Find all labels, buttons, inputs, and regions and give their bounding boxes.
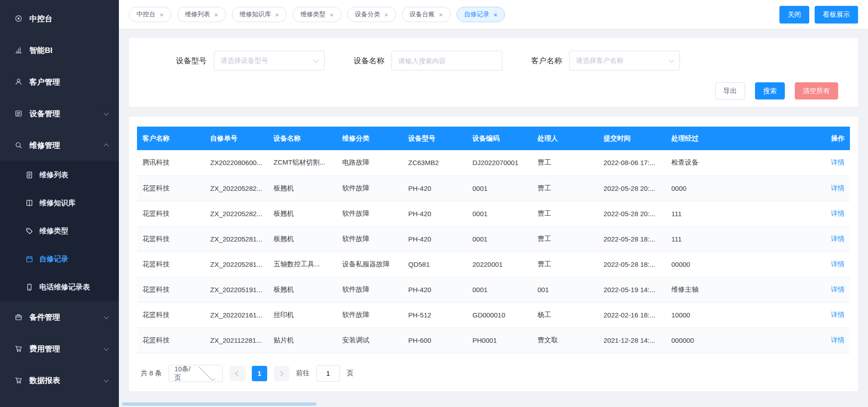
column-header: 自修单号 xyxy=(205,127,268,150)
table-cell: 2022-05-19 14:... xyxy=(598,277,666,302)
chevron-wrap xyxy=(104,316,108,318)
sidebar-item-label: 数据报表 xyxy=(29,375,60,386)
tab-device-ledger[interactable]: 设备台账× xyxy=(402,7,451,22)
detail-link[interactable]: 详情 xyxy=(831,209,844,217)
devices-icon xyxy=(14,109,23,118)
prev-page-button[interactable] xyxy=(230,366,245,381)
chevron-down-icon xyxy=(104,377,108,382)
repair-type-icon xyxy=(25,227,33,235)
column-header: 处理人 xyxy=(532,127,598,150)
column-header: 提交时间 xyxy=(598,127,666,150)
table-cell: 2022-02-16 18:... xyxy=(598,302,666,327)
sidebar-item-console[interactable]: 中控台 xyxy=(0,3,119,34)
table-cell: 111 xyxy=(666,201,816,226)
next-page-button[interactable] xyxy=(274,366,289,381)
operation-cell: 详情 xyxy=(816,327,850,353)
sidebar-item-customers[interactable]: 客户管理 xyxy=(0,66,119,98)
close-tab-icon[interactable]: × xyxy=(160,11,164,18)
table-cell: 花篮科技 xyxy=(137,226,205,251)
sidebar-item-label: 自修记录 xyxy=(39,255,68,264)
sidebar-submenu-repair: 维修列表维修知识库维修类型自修记录电话维修记录表 xyxy=(0,161,119,301)
sidebar-item-spares[interactable]: 备件管理 xyxy=(0,301,119,333)
sidebar-item-bi[interactable]: 智能BI xyxy=(0,34,119,66)
tab-device-category[interactable]: 设备分类× xyxy=(347,7,396,22)
column-header: 处理经过 xyxy=(666,127,816,150)
table-cell: 花篮科技 xyxy=(137,201,205,226)
sidebar-item-repair-knowledge[interactable]: 维修知识库 xyxy=(0,189,119,217)
close-tab-icon[interactable]: × xyxy=(275,11,279,18)
device-model-select[interactable]: 请选择设备型号 xyxy=(214,51,325,71)
detail-link[interactable]: 详情 xyxy=(831,260,844,268)
export-button[interactable]: 导出 xyxy=(715,82,745,99)
board-display-button[interactable]: 看板展示 xyxy=(815,6,858,24)
sidebar-item-fees[interactable]: 费用管理 xyxy=(0,333,119,364)
table-cell: 0000 xyxy=(666,175,816,201)
table-cell: ZCMT铝材切割... xyxy=(268,150,337,175)
table-cell: 2022-05-28 18:... xyxy=(598,226,666,251)
table-row: 花篮科技ZX_202205281...五轴数控工具...设备私服器故障QD581… xyxy=(137,251,850,277)
tab-console[interactable]: 中控台× xyxy=(129,7,171,22)
table-cell: 贴片机 xyxy=(268,327,337,353)
content-area: 设备型号请选择设备型号设备名称客户名称请选择客户名称 导出 搜索 清空所有 客户… xyxy=(119,29,868,407)
filter-label: 设备型号 xyxy=(176,56,207,66)
clear-all-button[interactable]: 清空所有 xyxy=(795,82,838,99)
column-header: 客户名称 xyxy=(137,127,205,150)
device-name-input[interactable] xyxy=(392,51,502,71)
close-tab-icon[interactable]: × xyxy=(439,11,443,18)
table-cell: 软件故障 xyxy=(337,277,403,302)
table-cell: 曹工 xyxy=(532,226,598,251)
close-tab-icon[interactable]: × xyxy=(384,11,388,18)
close-tab-icon[interactable]: × xyxy=(214,11,218,18)
sidebar-item-repair-list[interactable]: 维修列表 xyxy=(0,161,119,189)
close-tab-icon[interactable]: × xyxy=(330,11,334,18)
table-cell: 2022-08-06 17:... xyxy=(598,150,666,175)
table-row: 花篮科技ZX_202202161...丝印机软件故障PH-512GD000010… xyxy=(137,302,850,327)
page-size-select[interactable]: 10条/页 xyxy=(169,365,223,382)
table-cell: 花篮科技 xyxy=(137,251,205,277)
sidebar-item-devices[interactable]: 设备管理 xyxy=(0,98,119,129)
close-button[interactable]: 关闭 xyxy=(779,6,809,24)
operation-cell: 详情 xyxy=(816,201,850,226)
table-cell: 板翘机 xyxy=(268,277,337,302)
search-button[interactable]: 搜索 xyxy=(755,82,785,99)
goto-page-input[interactable] xyxy=(316,365,340,382)
sidebar-item-partial[interactable] xyxy=(0,396,119,407)
table-cell: 软件故障 xyxy=(337,175,403,201)
sidebar-item-self-repair-record[interactable]: 自修记录 xyxy=(0,245,119,273)
detail-link[interactable]: 详情 xyxy=(831,311,844,318)
table-cell: 0001 xyxy=(467,226,532,251)
chevron-down-icon xyxy=(104,314,108,319)
tab-repair-list[interactable]: 维修列表× xyxy=(177,7,226,22)
customer-name-select[interactable]: 请选择客户名称 xyxy=(569,51,680,71)
close-tab-icon[interactable]: × xyxy=(494,11,498,18)
table-cell: 杨工 xyxy=(532,302,598,327)
sidebar-item-phone-repair-record[interactable]: 电话维修记录表 xyxy=(0,273,119,301)
detail-link[interactable]: 详情 xyxy=(831,235,844,242)
detail-link[interactable]: 详情 xyxy=(831,285,844,293)
horizontal-scrollbar[interactable] xyxy=(122,402,316,406)
table-body: 腾讯科技ZX2022080600...ZCMT铝材切割...电路故障ZC63MB… xyxy=(137,150,850,353)
tab-label: 自修记录 xyxy=(464,10,490,19)
current-page[interactable]: 1 xyxy=(252,366,267,381)
column-header: 维修分类 xyxy=(337,127,403,150)
table-cell: 板翘机 xyxy=(268,175,337,201)
console-icon xyxy=(14,14,23,23)
column-header: 设备型号 xyxy=(403,127,467,150)
tab-self-repair-record[interactable]: 自修记录× xyxy=(457,7,505,22)
tab-repair-knowledge[interactable]: 维修知识库× xyxy=(232,7,287,22)
table-row: 花篮科技ZX_202205282...板翘机软件故障PH-4200001曹工20… xyxy=(137,201,850,226)
sidebar-item-repair-type[interactable]: 维修类型 xyxy=(0,217,119,245)
detail-link[interactable]: 详情 xyxy=(831,336,844,344)
tab-repair-type[interactable]: 维修类型× xyxy=(292,7,341,22)
column-header: 设备名称 xyxy=(268,127,337,150)
sidebar-item-repair[interactable]: 维修管理 xyxy=(0,129,119,161)
table-cell: PH0001 xyxy=(467,327,532,353)
sidebar-item-reports[interactable]: 数据报表 xyxy=(0,364,119,396)
table-cell: 花篮科技 xyxy=(137,175,205,201)
table-cell: 丝印机 xyxy=(268,302,337,327)
phone-record-icon xyxy=(25,283,33,291)
detail-link[interactable]: 详情 xyxy=(831,184,844,192)
chevron-down-icon xyxy=(669,57,674,62)
header-actions: 关闭 看板展示 xyxy=(779,6,858,24)
detail-link[interactable]: 详情 xyxy=(831,158,844,166)
